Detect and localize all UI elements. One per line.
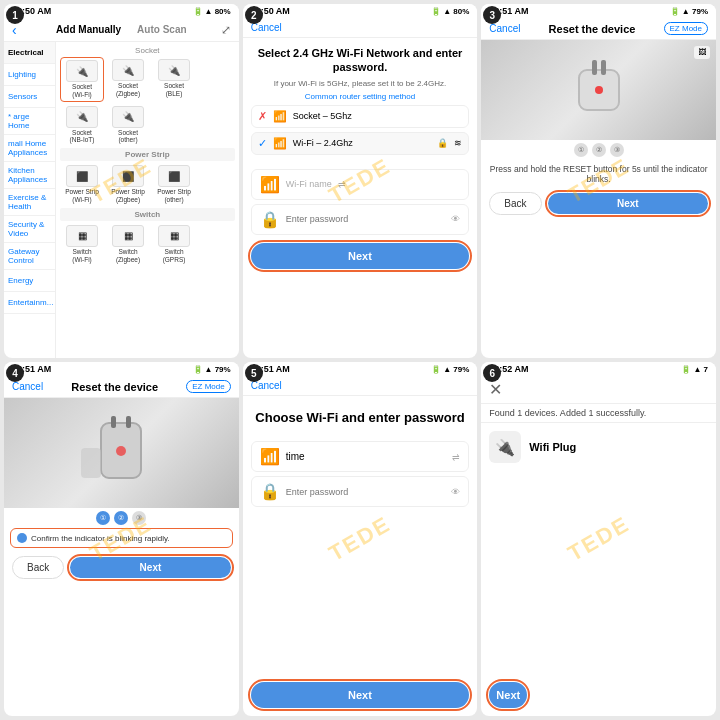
status-bar-2: 10:50 AM 🔋 ▲ 80% [243, 4, 478, 18]
tab-auto-scan[interactable]: Auto Scan [129, 22, 194, 37]
step-dot-3-3: ③ [610, 143, 624, 157]
wifi-arrows-icon: ⇌ [338, 179, 346, 189]
battery-icon-4: 🔋 [193, 365, 203, 374]
tab-add-manually[interactable]: Add Manually [48, 22, 129, 37]
sidebar-item-lighting[interactable]: Lighting [4, 64, 55, 86]
strip-wifi-icon: ⬛ [66, 165, 98, 187]
wifi-name-5g: Socket – 5Ghz [293, 111, 463, 121]
battery-icon-1: 🔋 [193, 7, 203, 16]
sidebar-item-large-home[interactable]: * arge Home [4, 108, 55, 135]
ez-mode-button-4[interactable]: EZ Mode [186, 380, 230, 393]
p6-footer: Next [481, 672, 716, 716]
status-icons-1: 🔋 ▲ 80% [193, 7, 231, 16]
signal-4: ▲ 79% [205, 365, 231, 374]
panel-3: TEDE 3 10:51 AM 🔋 ▲ 79% Cancel Reset the… [481, 4, 716, 358]
cancel-button-3[interactable]: Cancel [489, 23, 520, 34]
password-row: 🔒 👁 [251, 204, 470, 235]
sidebar-item-security[interactable]: Security & Video [4, 216, 55, 243]
device-strip-zigbee[interactable]: ⬛ Power Strip(Zigbee) [106, 163, 150, 206]
next-button-4[interactable]: Next [70, 557, 230, 578]
back-button-3[interactable]: Back [489, 192, 541, 215]
svg-rect-6 [126, 416, 131, 428]
socket-nbiot-icon: 🔌 [66, 106, 98, 128]
p2-content: Select 2.4 GHz Wi-Fi Network and enter p… [243, 38, 478, 358]
device-socket-zigbee[interactable]: 🔌 Socket(Zigbee) [106, 57, 150, 102]
wifi-item-24ghz[interactable]: ✓ 📶 Wi-Fi – 2.4Ghz 🔒 ≋ [251, 132, 470, 155]
signal-2: ▲ 80% [443, 7, 469, 16]
sidebar-item-energy[interactable]: Energy [4, 270, 55, 292]
password-input[interactable] [286, 214, 446, 224]
socket-zigbee-label: Socket(Zigbee) [116, 82, 140, 98]
device-socket-nbiot[interactable]: 🔌 Socket(NB-IoT) [60, 104, 104, 147]
p2-link[interactable]: Common router setting method [251, 92, 470, 101]
panel-2: TEDE 2 10:50 AM 🔋 ▲ 80% Cancel Select 2.… [243, 4, 478, 358]
status-icons-3: 🔋 ▲ 79% [670, 7, 708, 16]
status-bar-5: 10:51 AM 🔋 ▲ 79% [243, 362, 478, 376]
plug-svg-4 [76, 413, 166, 493]
device-strip-wifi[interactable]: ⬛ Power Strip(Wi-Fi) [60, 163, 104, 206]
wifi-icon-5: 📶 [260, 447, 280, 466]
ez-mode-button-3[interactable]: EZ Mode [664, 22, 708, 35]
p2-title: Select 2.4 GHz Wi-Fi Network and enter p… [251, 46, 470, 75]
next-button-2[interactable]: Next [251, 243, 470, 269]
switch-zigbee-icon: ▦ [112, 225, 144, 247]
status-icons-6: 🔋 ▲ 7 [681, 365, 708, 374]
strip-zigbee-icon: ⬛ [112, 165, 144, 187]
strip-zigbee-label: Power Strip(Zigbee) [111, 188, 145, 204]
status-icons-5: 🔋 ▲ 79% [431, 365, 469, 374]
password-input-5[interactable] [286, 487, 446, 497]
sidebar-item-exercise[interactable]: Exercise & Health [4, 189, 55, 216]
status-icons-4: 🔋 ▲ 79% [193, 365, 231, 374]
wifi-item-5ghz[interactable]: ✗ 📶 Socket – 5Ghz [251, 105, 470, 128]
power-strip-header: Power Strip [60, 148, 235, 161]
p6-device-icon: 🔌 [489, 431, 521, 463]
signal-1: ▲ 80% [205, 7, 231, 16]
p6-device-name: Wifi Plug [529, 441, 576, 453]
sidebar-item-small-home[interactable]: mall Home Appliances [4, 135, 55, 162]
wifi-check-icon: ✓ [258, 137, 267, 150]
p2-subtitle: If your Wi-Fi is 5GHz, please set it to … [251, 79, 470, 88]
eye-icon-5[interactable]: 👁 [451, 487, 460, 497]
step-badge-5: 5 [245, 364, 263, 382]
p3-title: Reset the device [549, 23, 636, 35]
socket-ble-icon: 🔌 [158, 59, 190, 81]
step-dot-2-4: ② [114, 511, 128, 525]
device-socket-ble[interactable]: 🔌 Socket(BLE) [152, 57, 196, 102]
close-button-6[interactable]: ✕ [489, 380, 502, 399]
device-switch-gprs[interactable]: ▦ Switch(GPRS) [152, 223, 196, 266]
step-dot-1-3: ① [574, 143, 588, 157]
step-dot-3-4: ③ [132, 511, 146, 525]
device-switch-wifi[interactable]: ▦ Switch(Wi-Fi) [60, 223, 104, 266]
status-bar-1: 10:50 AM 🔋 ▲ 80% [4, 4, 239, 18]
switch-gprs-icon: ▦ [158, 225, 190, 247]
battery-icon-2: 🔋 [431, 7, 441, 16]
sidebar-item-entertainment[interactable]: Entertainm... [4, 292, 55, 314]
socket-device-grid: 🔌 Socket(Wi-Fi) 🔌 Socket(Zigbee) 🔌 Socke… [60, 57, 235, 146]
next-button-3[interactable]: Next [548, 193, 708, 214]
p6-status-text: Found 1 devices. Added 1 successfully. [481, 404, 716, 423]
p6-device-row[interactable]: 🔌 Wifi Plug [481, 423, 716, 471]
cancel-button-4[interactable]: Cancel [12, 381, 43, 392]
sidebar-item-gateway[interactable]: Gateway Control [4, 243, 55, 270]
back-button-4[interactable]: Back [12, 556, 64, 579]
expand-icon[interactable]: ⤢ [221, 23, 231, 37]
signal-6: ▲ 7 [693, 365, 708, 374]
wifi-input-icon: 📶 [260, 175, 280, 194]
step-badge-4: 4 [6, 364, 24, 382]
device-switch-zigbee[interactable]: ▦ Switch(Zigbee) [106, 223, 150, 266]
lock-input-icon: 🔒 [260, 210, 280, 229]
next-button-6[interactable]: Next [489, 682, 527, 708]
strip-wifi-label: Power Strip(Wi-Fi) [65, 188, 99, 204]
device-socket-wifi[interactable]: 🔌 Socket(Wi-Fi) [60, 57, 104, 102]
device-strip-other[interactable]: ⬛ Power Strip(other) [152, 163, 196, 206]
switch-wifi-icon: ▦ [66, 225, 98, 247]
eye-icon[interactable]: 👁 [451, 214, 460, 224]
steps-indicator-3: ① ② ③ [481, 140, 716, 160]
next-button-5[interactable]: Next [251, 682, 470, 708]
strip-other-icon: ⬛ [158, 165, 190, 187]
sidebar-item-sensors[interactable]: Sensors [4, 86, 55, 108]
device-socket-other[interactable]: 🔌 Socket(other) [106, 104, 150, 147]
wifi-arrows-5[interactable]: ⇌ [452, 452, 460, 462]
sidebar-item-electrical[interactable]: Electrical [4, 42, 55, 64]
sidebar-item-kitchen[interactable]: Kitchen Appliances [4, 162, 55, 189]
